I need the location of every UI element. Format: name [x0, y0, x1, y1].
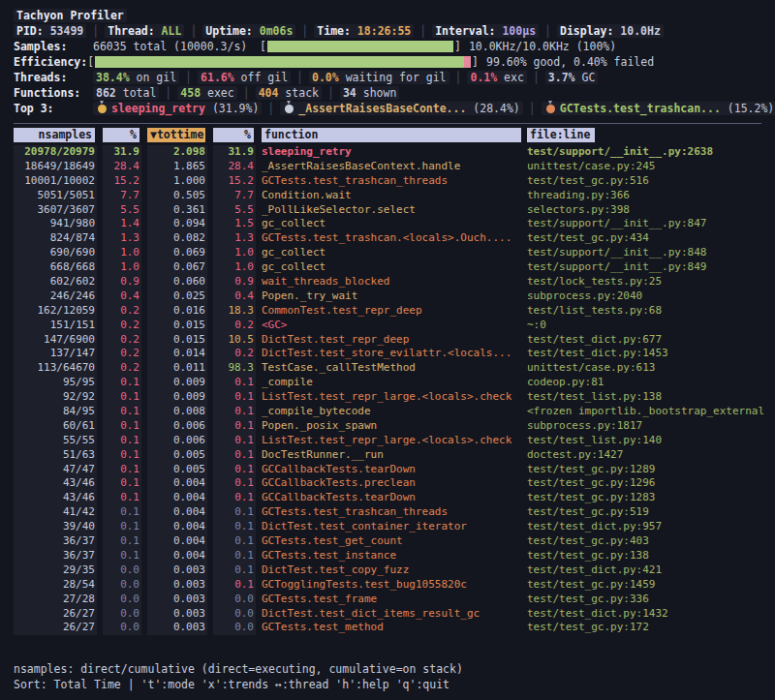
- thread-stat-text: on gil: [137, 71, 177, 84]
- table-row: 43/460.10.0040.1GCCallbackTests.tearDown…: [14, 491, 775, 505]
- function-stat-text: stack: [285, 86, 319, 100]
- col-header-pct[interactable]: %: [103, 128, 141, 144]
- nsamples-cell: 95/95: [14, 376, 97, 390]
- tottime-cell: 0.009: [147, 376, 207, 390]
- col-header-cumpct[interactable]: %: [213, 128, 256, 144]
- file-line-cell: test/test_gc.py:336: [527, 593, 767, 607]
- function-cell: gc_collect: [262, 246, 521, 260]
- cumulative-percent-cell: 18.3: [213, 304, 256, 319]
- separator-bar: │: [86, 24, 105, 38]
- table-row: 36/370.10.0040.1GCTests.test_instancetes…: [14, 549, 775, 563]
- function-cell: <GC>: [262, 319, 521, 333]
- function-stat-segment: 862 total: [93, 86, 159, 100]
- percent-cell: 0.2: [103, 361, 141, 376]
- threads-label: Threads:: [14, 70, 93, 85]
- function-cell: gc_collect: [262, 217, 521, 231]
- efficiency-bar-close: ]: [472, 55, 479, 69]
- table-row: 602/6020.90.0600.9wait_threads_blockedte…: [14, 275, 775, 289]
- cumulative-percent-cell: 0.1: [213, 376, 256, 390]
- efficiency-row: Efficiency:[]99.60% good, 0.40% failed: [14, 54, 775, 70]
- nsamples-cell: 28/54: [14, 578, 97, 593]
- col-header-nsamples[interactable]: nsamples: [14, 128, 97, 144]
- bronze-medal-icon: [546, 105, 555, 113]
- cumulative-percent-cell: 0.4: [213, 289, 256, 304]
- tottime-cell: 0.003: [147, 607, 207, 622]
- col-header-file-line[interactable]: file:line: [527, 128, 767, 144]
- info-value: 0m06s: [260, 24, 294, 38]
- cumulative-percent-cell: 0.9: [213, 275, 256, 289]
- samples-summary: 66035 total (10000.3/s): [93, 39, 260, 54]
- samples-label: Samples:: [14, 39, 93, 54]
- cumulative-percent-cell: 0.1: [213, 549, 256, 563]
- file-line-cell: test/support/__init__.py:847: [527, 217, 767, 231]
- thread-stat-text: exc: [504, 71, 524, 84]
- table-row: 29/350.00.0030.1DictTest.test_copy_fuzzt…: [14, 563, 775, 578]
- nsamples-cell: 3607/3607: [14, 203, 97, 218]
- tottime-cell: 0.003: [147, 593, 207, 607]
- separator-bar: │: [450, 71, 468, 84]
- function-stat-segment: 404 stack: [256, 86, 322, 100]
- nsamples-cell: 668/668: [14, 260, 97, 275]
- percent-cell: 0.1: [103, 448, 141, 463]
- cumulative-percent-cell: 0.2: [213, 319, 256, 333]
- thread-stat-segment: 3.7% GC: [545, 71, 599, 84]
- functions-row: Functions:862 total│458 exec│404 stack│3…: [14, 85, 775, 101]
- tottime-cell: 0.094: [147, 217, 207, 231]
- nsamples-cell: 162/12059: [14, 304, 97, 319]
- nsamples-cell: 602/602: [14, 275, 97, 289]
- table-row: 5051/50517.70.5057.7Condition.waitthread…: [14, 189, 775, 203]
- function-cell: DictTest.test_copy_fuzz: [262, 563, 521, 578]
- file-line-cell: selectors.py:398: [527, 203, 767, 218]
- cumulative-percent-cell: 7.7: [213, 189, 256, 203]
- nsamples-cell: 151/151: [14, 319, 97, 333]
- file-line-cell: test/lock_tests.py:25: [527, 275, 767, 289]
- function-cell: _AssertRaisesBaseContext.handle: [262, 160, 521, 174]
- table-row: 39/400.10.0040.1DictTest.test_container_…: [14, 520, 775, 534]
- percent-cell: 7.7: [103, 189, 141, 203]
- efficiency-bar-open: [: [87, 55, 94, 69]
- tottime-cell: 0.014: [147, 347, 207, 361]
- percent-cell: 0.1: [103, 419, 141, 434]
- percent-cell: 0.1: [103, 534, 141, 549]
- function-cell: GCTests.test_method: [262, 621, 521, 635]
- file-line-cell: test/test_gc.py:138: [527, 549, 767, 563]
- table-row: 41/420.10.0040.1GCTests.test_trashcan_th…: [14, 505, 775, 520]
- function-cell: DictTest.test_container_iterator: [262, 520, 521, 534]
- tottime-cell: 0.006: [147, 434, 207, 448]
- top3-entries: sleeping_retry (31.9%)│_AssertRaisesBase…: [93, 102, 775, 115]
- tottime-cell: 0.005: [147, 448, 207, 463]
- tottime-cell: 0.004: [147, 505, 207, 520]
- info-label: Time:: [317, 24, 351, 38]
- nsamples-cell: 47/47: [14, 463, 97, 477]
- table-row: 668/6681.00.0671.0gc_collecttest/support…: [14, 260, 775, 275]
- info-bar: PID: 53499│Thread: ALL│Uptime: 0m06s│Tim…: [14, 23, 775, 39]
- separator-bar: │: [262, 102, 280, 115]
- col-header-function[interactable]: function: [262, 128, 521, 144]
- table-row: 941/9801.40.0941.5gc_collecttest/support…: [14, 217, 775, 231]
- thread-stat-segment: 0.0% waiting for gil: [309, 71, 450, 84]
- tottime-cell: 0.069: [147, 246, 207, 260]
- file-line-cell: test/test_dict.py:1453: [527, 347, 767, 361]
- separator-bar: │: [539, 24, 557, 38]
- file-line-cell: test/test_dict.py:957: [527, 520, 767, 534]
- tottime-cell: 0.004: [147, 491, 207, 505]
- percent-cell: 0.1: [103, 549, 141, 563]
- top3-function-name: GCTests.test_trashcan...: [560, 102, 721, 115]
- percent-cell: 0.0: [103, 593, 141, 607]
- info-value: 18:26:55: [357, 24, 411, 38]
- table-row: 10001/1000215.21.00015.2GCTests.test_tra…: [14, 174, 775, 189]
- nsamples-cell: 26/27: [14, 607, 97, 622]
- tottime-cell: 1.865: [147, 160, 207, 174]
- function-cell: _PollLikeSelector.select: [262, 203, 521, 218]
- silver-medal-icon: [285, 105, 294, 113]
- file-line-cell: threading.py:366: [527, 189, 767, 203]
- col-header-tottime[interactable]: ▼tottime: [147, 128, 207, 144]
- info-item: Time: 18:26:55: [314, 24, 414, 38]
- tottime-cell: 2.098: [147, 145, 207, 160]
- cumulative-percent-cell: 10.5: [213, 333, 256, 348]
- file-line-cell: subprocess.py:2040: [527, 289, 767, 304]
- nsamples-cell: 43/46: [14, 491, 97, 505]
- percent-cell: 0.1: [103, 405, 141, 419]
- table-row: 84/950.10.0080.1_compile_bytecode<frozen…: [14, 405, 775, 419]
- title-line: Tachyon Profiler: [14, 8, 775, 23]
